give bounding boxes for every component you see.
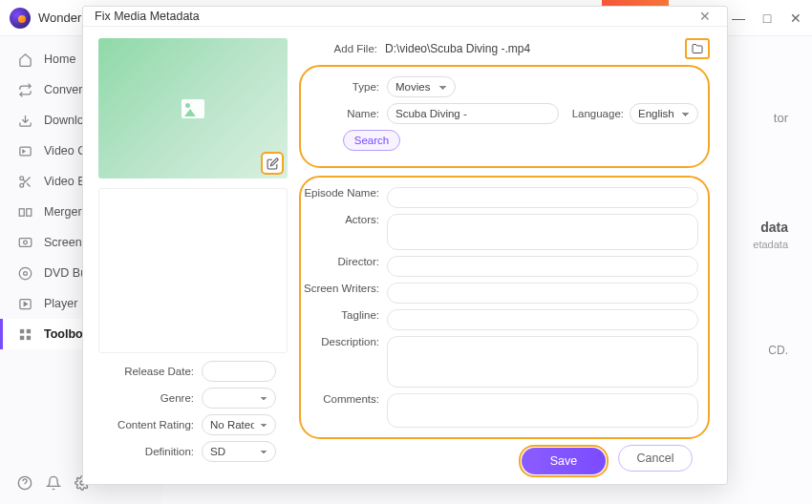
cancel-button[interactable]: Cancel [618,445,693,472]
svg-rect-5 [19,238,32,246]
bg-text: tor [774,111,788,125]
svg-rect-13 [26,335,30,339]
episode-name-input[interactable] [387,187,698,208]
name-input[interactable] [387,103,559,124]
fix-metadata-dialog: Fix Media Metadata ✕ Release Date: Genre… [82,6,728,485]
disc-icon [17,265,32,281]
tagline-input[interactable] [387,309,698,330]
actors-label: Actors: [301,214,387,225]
cover-thumbnail [98,38,288,178]
comments-input[interactable] [387,393,698,428]
download-icon [17,113,32,128]
episode-name-label: Episode Name: [301,187,387,199]
sidebar-item-label: Player [44,297,77,310]
svg-point-1 [19,176,23,179]
maximize-button[interactable]: □ [760,10,774,26]
metadata-fields-group: Episode Name: Actors: Director: Screen W… [299,176,710,439]
recorder-icon [17,235,32,250]
file-path-text: D:\video\Scuba Diving -.mp4 [385,42,685,55]
director-label: Director: [301,256,387,267]
writers-label: Screen Writers: [301,283,387,294]
dialog-right-panel: Add File: D:\video\Scuba Diving -.mp4 Ty… [291,27,727,494]
app-logo-icon [10,8,31,29]
dialog-title: Fix Media Metadata [95,10,200,23]
dialog-close-button[interactable]: ✕ [694,7,716,26]
content-rating-label: Content Rating: [98,419,202,430]
minimize-button[interactable]: — [732,10,745,26]
director-input[interactable] [387,256,698,277]
sidebar-item-label: Merger [44,205,82,219]
svg-rect-11 [26,328,30,332]
image-placeholder-icon [182,99,204,118]
search-results-list[interactable] [98,188,288,353]
svg-point-7 [19,267,32,280]
save-button[interactable]: Save [522,448,606,474]
window-controls: — □ ✕ [732,10,802,26]
merger-icon [17,204,32,220]
svg-point-2 [19,183,23,187]
svg-rect-4 [26,208,31,216]
name-label: Name: [301,108,387,119]
svg-rect-10 [19,328,23,332]
add-file-label: Add File: [299,43,385,54]
dialog-footer: Save Cancel [299,439,710,487]
type-select[interactable]: Movies [387,76,456,97]
dialog-left-panel: Release Date: Genre: Content Rating: No … [83,27,291,494]
actors-input[interactable] [387,214,698,250]
home-icon [17,52,32,67]
sidebar-item-label: Home [44,52,75,66]
play-icon [17,296,32,311]
definition-label: Definition: [98,446,202,457]
description-input[interactable] [387,336,698,388]
genre-label: Genre: [98,392,202,404]
browse-file-button[interactable] [685,38,710,59]
language-select[interactable]: English [630,103,698,124]
definition-select[interactable]: SD [202,441,276,462]
release-date-input[interactable] [202,361,276,382]
app-name: Wonder [38,10,81,25]
description-label: Description: [301,336,387,347]
toolbox-icon [17,326,32,342]
svg-rect-3 [19,208,24,216]
tagline-label: Tagline: [301,309,387,321]
type-label: Type: [301,81,387,93]
converter-icon [17,82,32,97]
content-rating-select[interactable]: No Rated [202,414,276,435]
writers-input[interactable] [387,283,698,304]
svg-rect-12 [19,335,23,339]
genre-select[interactable] [202,388,276,409]
svg-point-6 [23,241,27,244]
bg-text: etadata [753,239,788,250]
close-window-button[interactable]: ✕ [789,10,802,26]
release-date-label: Release Date: [98,366,202,377]
search-button[interactable]: Search [343,130,400,151]
scissors-icon [17,174,32,189]
svg-point-8 [23,271,27,275]
help-icon[interactable] [17,475,32,491]
bell-icon[interactable] [46,475,61,491]
compressor-icon [17,143,32,158]
comments-label: Comments: [301,393,387,405]
language-label: Language: [572,108,624,119]
search-criteria-group: Type: Movies Name: Language: English Sea… [299,65,710,168]
bg-text: data [760,220,788,235]
dialog-header: Fix Media Metadata ✕ [83,7,727,27]
bg-text: CD. [768,344,788,357]
edit-cover-button[interactable] [261,152,284,175]
